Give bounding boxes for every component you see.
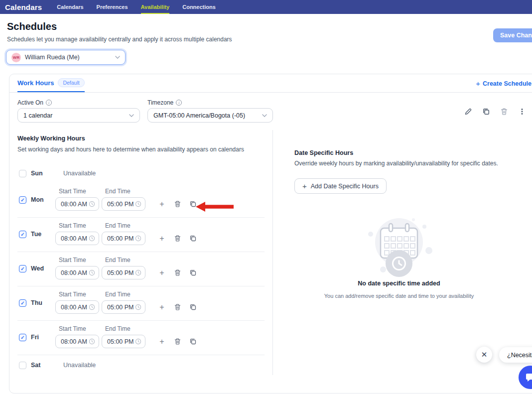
start-time-input[interactable]: 08:00 AM <box>55 232 99 245</box>
day-checkbox[interactable]: ✓ <box>19 231 26 238</box>
start-time-input[interactable]: 08:00 AM <box>55 335 99 348</box>
avatar: WR <box>11 53 21 62</box>
start-time-input[interactable]: 08:00 AM <box>55 300 99 314</box>
weekly-working-hours-section: Weekly Working Hours Set working days an… <box>9 130 273 375</box>
start-time-label: Start Time <box>55 291 86 298</box>
active-on-select[interactable]: 1 calendar <box>17 108 140 123</box>
date-specific-hours-section: Date Specific Hours Override weekly hour… <box>273 130 532 299</box>
copy-slot-icon[interactable] <box>189 303 197 311</box>
duplicate-icon[interactable] <box>482 107 491 116</box>
delete-icon[interactable] <box>500 107 509 116</box>
time-slot-block: Start Time End Time 08:00 AM 05:00 PM + <box>55 325 197 348</box>
delete-slot-icon[interactable] <box>173 235 181 243</box>
save-changes-button[interactable]: Save Changes <box>493 28 532 42</box>
day-checkbox[interactable]: ✓ <box>19 334 26 341</box>
start-time-input[interactable]: 08:00 AM <box>55 197 99 211</box>
day-checkbox[interactable]: ✓ <box>19 196 26 204</box>
delete-slot-icon[interactable] <box>173 338 181 346</box>
date-specific-empty-state: No date specific time added You can add/… <box>294 217 504 299</box>
day-row-tue: ✓ Tue Start Time End Time 08:00 AM 05:00… <box>17 218 265 252</box>
user-select[interactable]: WR William Rueda (Me) <box>6 50 126 65</box>
nav-tab-availability[interactable]: Availability <box>141 0 170 14</box>
unavailable-label: Unavailable <box>63 170 96 177</box>
clock-icon <box>135 201 141 207</box>
day-name-label: Wed <box>31 265 44 272</box>
end-time-input[interactable]: 05:00 PM <box>102 197 145 211</box>
active-on-value: 1 calendar <box>23 112 129 119</box>
schedule-toolbar <box>464 107 527 116</box>
add-slot-icon[interactable]: + <box>158 269 166 277</box>
end-time-input[interactable]: 05:00 PM <box>102 266 145 279</box>
add-slot-icon[interactable]: + <box>158 235 166 243</box>
unavailable-label: Unavailable <box>63 362 96 369</box>
clock-icon <box>135 235 141 242</box>
nav-tab-preferences[interactable]: Preferences <box>97 0 128 14</box>
day-name-label: Fri <box>31 334 39 341</box>
check-icon: ✓ <box>20 232 24 237</box>
end-time-input[interactable]: 05:00 PM <box>102 300 145 314</box>
more-options-icon[interactable] <box>518 107 527 116</box>
timezone-select[interactable]: GMT-05:00 America/Bogota (-05) <box>147 108 273 123</box>
clock-icon <box>89 201 95 207</box>
add-slot-icon[interactable]: + <box>158 338 166 346</box>
chat-prompt-bubble[interactable]: ¿Necesitas ayu <box>499 347 532 363</box>
work-hours-tab-label: Work Hours <box>17 79 54 87</box>
start-time-label: Start Time <box>55 188 86 195</box>
add-slot-icon[interactable]: + <box>158 200 166 208</box>
day-checkbox[interactable]: ✓ <box>19 265 26 272</box>
clock-icon <box>89 269 95 276</box>
nav-tab-connections[interactable]: Connections <box>182 0 216 14</box>
add-slot-icon[interactable]: + <box>158 303 166 311</box>
add-date-specific-hours-button[interactable]: + Add Date Specific Hours <box>294 178 387 194</box>
day-name-label: Sun <box>31 170 43 177</box>
end-time-label: End Time <box>102 188 133 195</box>
day-name-label: Tue <box>31 231 41 238</box>
day-name-label: Sat <box>31 362 40 369</box>
day-checkbox[interactable]: ✓ <box>19 299 26 307</box>
end-time-label: End Time <box>102 291 133 298</box>
clock-icon <box>89 338 95 345</box>
create-schedule-button[interactable]: + Create Schedule <box>476 74 532 93</box>
info-icon[interactable]: i <box>46 100 52 106</box>
day-row-sun: Sun Unavailable <box>17 163 265 183</box>
tab-work-hours[interactable]: Work Hours Default <box>17 74 85 92</box>
day-row-fri: ✓ Fri Start Time End Time 08:00 AM 05:00… <box>17 321 265 355</box>
clock-icon <box>89 304 95 310</box>
date-specific-subtitle: Override weekly hours by marking availab… <box>294 160 532 167</box>
end-time-input[interactable]: 05:00 PM <box>102 335 145 348</box>
start-time-input[interactable]: 08:00 AM <box>55 266 99 279</box>
red-arrow-annotation <box>195 201 235 212</box>
time-slot-block: Start Time End Time 08:00 AM 05:00 PM + <box>55 188 197 211</box>
calendar-clock-illustration <box>364 217 434 279</box>
top-navbar: Calendars CalendarsPreferencesAvailabili… <box>0 0 532 14</box>
day-checkbox[interactable] <box>19 362 26 369</box>
weekly-days-list: Sun Unavailable ✓ Mon Start Time End Tim… <box>17 163 265 375</box>
day-row-mon: ✓ Mon Start Time End Time 08:00 AM 05:00… <box>17 183 265 218</box>
weekly-subtitle: Set working days and hours here to deter… <box>17 146 265 153</box>
chevron-down-icon <box>115 56 120 59</box>
info-icon[interactable]: i <box>176 100 182 106</box>
copy-slot-icon[interactable] <box>189 200 197 208</box>
day-name-label: Mon <box>31 196 44 203</box>
day-row-sat: Sat Unavailable <box>17 355 265 375</box>
chat-close-button[interactable]: ✕ <box>476 347 492 363</box>
clock-icon <box>135 269 141 276</box>
weekly-title: Weekly Working Hours <box>17 135 265 142</box>
day-row-wed: ✓ Wed Start Time End Time 08:00 AM 05:00… <box>17 252 265 286</box>
day-name-label: Thu <box>31 299 42 306</box>
schedule-tabs-row: Work Hours Default + Create Schedule <box>9 74 532 93</box>
copy-slot-icon[interactable] <box>189 235 197 243</box>
edit-pencil-icon[interactable] <box>464 107 473 116</box>
copy-slot-icon[interactable] <box>189 338 197 346</box>
copy-slot-icon[interactable] <box>189 269 197 277</box>
delete-slot-icon[interactable] <box>173 269 181 277</box>
nav-tab-calendars[interactable]: Calendars <box>57 0 83 14</box>
day-checkbox[interactable] <box>19 170 26 177</box>
page-subtitle: Schedules let you manage availability ce… <box>7 36 232 43</box>
timezone-value: GMT-05:00 America/Bogota (-05) <box>153 112 262 119</box>
delete-slot-icon[interactable] <box>173 200 181 208</box>
default-badge: Default <box>58 78 84 87</box>
delete-slot-icon[interactable] <box>173 303 181 311</box>
end-time-input[interactable]: 05:00 PM <box>102 232 145 245</box>
end-time-label: End Time <box>102 222 133 229</box>
